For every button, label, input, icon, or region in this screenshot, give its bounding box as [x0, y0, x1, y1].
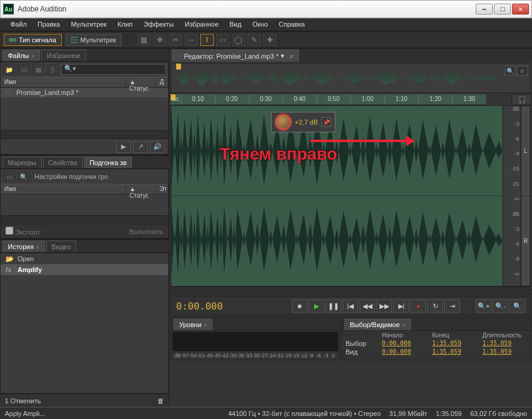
tab-favorites[interactable]: Избранное [41, 50, 86, 61]
waveform-hscroll[interactable] [171, 287, 531, 295]
view-end[interactable]: 1:35.059 [432, 348, 476, 356]
trash-icon[interactable]: 🗑 [157, 397, 164, 404]
undo-count: 1 Отменить [5, 397, 41, 404]
skip-selection-button[interactable]: ⇥ [444, 299, 460, 313]
tab-video[interactable]: Видео [46, 241, 76, 252]
history-row-open[interactable]: 📂 Open [1, 253, 168, 264]
timeline-ruler[interactable]: мс 0:100:200:300:400:501:001:101:201:30 [171, 94, 486, 105]
overview-playhead[interactable] [176, 63, 181, 70]
tool-lasso-icon[interactable]: ◯ [232, 34, 245, 46]
timeline-playhead[interactable] [171, 94, 176, 100]
tool-slip-icon[interactable]: ↔ [185, 34, 198, 46]
waveform-mode-button[interactable]: Тип сигнала [4, 34, 62, 46]
tab-selection-view[interactable]: Выбор/Видимое× [344, 319, 411, 330]
col2-status[interactable]: ▲ Статус [126, 184, 156, 194]
maximize-button[interactable]: ☐ [494, 4, 511, 15]
play-button[interactable]: ▶ [309, 299, 324, 313]
go-to-end-button[interactable]: ▶| [393, 299, 409, 313]
menu-multitrack[interactable]: Мультитрек [65, 19, 112, 31]
go-to-start-button[interactable]: |◀ [343, 299, 358, 313]
files-columns: Имя ▲ Статус Д [1, 77, 168, 88]
gain-knob[interactable] [275, 114, 291, 130]
menu-clip[interactable]: Клип [112, 19, 138, 31]
match-loudness-settings[interactable]: Настройки подгонки гро [34, 173, 108, 180]
minimize-button[interactable]: ━ [476, 4, 493, 15]
editor-tab[interactable]: ⁙ Редактор: Promise_Land.mp3 * ▾× [172, 50, 299, 62]
ml-hscroll[interactable] [1, 215, 168, 224]
files-hscroll[interactable] [1, 130, 168, 138]
menu-view[interactable]: Вид [224, 19, 247, 31]
tab-markers[interactable]: Маркеры [2, 157, 42, 168]
col2-et[interactable]: Эт [156, 184, 168, 194]
levels-panel: Уровни× dB-57-54-51-48-45-42-39-36-33-30… [171, 317, 340, 360]
ml-scan-button[interactable]: 🔍 [18, 171, 30, 182]
autoplay-button[interactable]: ▶ [116, 141, 131, 153]
selection-length[interactable]: 1:35.059 [482, 340, 527, 347]
tool-move-icon[interactable]: ✥ [153, 34, 166, 46]
close-file-button[interactable]: ▯ [47, 64, 59, 75]
menu-edit[interactable]: Правка [32, 19, 65, 31]
loop-preview-button[interactable]: ↗ [133, 141, 148, 153]
col-duration[interactable]: Д [156, 77, 168, 87]
export-checkbox[interactable] [5, 227, 13, 235]
undo-bar: 1 Отменить 🗑 [0, 394, 169, 407]
menu-favorites[interactable]: Избранное [179, 19, 224, 31]
insert-button[interactable]: ▤ [32, 64, 44, 75]
tab-history[interactable]: История× [2, 241, 45, 252]
gain-hud[interactable]: +2,7 dB 📌 [271, 112, 335, 132]
col-name[interactable]: Имя [1, 77, 126, 87]
ml-add-button[interactable]: ▭ [3, 171, 15, 182]
timecode-display[interactable]: 0:00.000 [176, 300, 223, 312]
headphone-icon[interactable]: 🎧 [511, 94, 532, 105]
menu-window[interactable]: Окно [247, 19, 274, 31]
overview-waveform[interactable]: 🔍 ≡ [171, 63, 531, 93]
channel-L-button[interactable]: L [522, 107, 529, 195]
overview-zoom-icon[interactable]: 🔍 [505, 66, 516, 76]
editor-tabs: ⁙ Редактор: Promise_Land.mp3 * ▾× [169, 48, 532, 62]
rewind-button[interactable]: ◀◀ [360, 299, 375, 313]
multitrack-mode-button[interactable]: Мультитрек [65, 34, 122, 46]
menu-file[interactable]: Файл [5, 19, 32, 31]
fast-forward-button[interactable]: ▶▶ [376, 299, 392, 313]
zoom-in-button[interactable]: 🔍+ [476, 299, 491, 313]
tab-properties[interactable]: Свойства [43, 157, 83, 168]
execute-button[interactable]: Выполнить [130, 228, 163, 235]
tab-files[interactable]: Файлы× [2, 50, 40, 61]
preview-volume-button[interactable]: 🔊 [150, 141, 165, 153]
selection-end[interactable]: 1:35.059 [432, 340, 476, 347]
channel-right-waveform[interactable] [171, 196, 502, 286]
mode-toolbar: Тип сигнала Мультитрек ▦ ✥ ✂ ↔ I ▭ ◯ ✎ ✚ [0, 31, 532, 48]
tab-match-loudness[interactable]: Подгонка зв [84, 157, 132, 168]
tool-heal-icon[interactable]: ✚ [263, 34, 277, 46]
tool-spectral-icon[interactable]: ▦ [137, 34, 151, 46]
overview-menu-icon[interactable]: ≡ [517, 66, 528, 76]
tool-razor-icon[interactable]: ✂ [169, 34, 182, 46]
waveform-display[interactable]: +2,7 dB 📌 Тянем вправо dB-3-6-9-15-21-∞ … [171, 105, 531, 287]
record-file-button[interactable]: ▭ [18, 64, 30, 75]
pause-button[interactable]: ❚❚ [326, 299, 341, 313]
import-button[interactable]: 📁 [3, 64, 15, 75]
channel-R-button[interactable]: R [522, 197, 529, 285]
tool-brush-icon[interactable]: ✎ [248, 34, 261, 46]
waveform-file-icon: ⁙⁙ [4, 90, 13, 96]
view-length[interactable]: 1:35.059 [482, 348, 527, 356]
menu-effects[interactable]: Эффекты [138, 19, 179, 31]
record-button[interactable]: ● [410, 299, 426, 313]
view-start[interactable]: 0:00.000 [382, 348, 426, 356]
zoom-out-button[interactable]: 🔍- [493, 299, 508, 313]
tool-marquee-icon[interactable]: ▭ [216, 34, 229, 46]
loop-button[interactable]: ↻ [427, 299, 443, 313]
col-status[interactable]: ▲ Статус [126, 77, 156, 87]
status-size: 31,98 Мбайт [389, 410, 427, 417]
tab-levels[interactable]: Уровни× [174, 319, 212, 330]
hud-pin-icon[interactable]: 📌 [321, 117, 331, 127]
zoom-full-button[interactable]: 🔍 [510, 299, 525, 313]
tool-time-select-icon[interactable]: I [200, 34, 214, 46]
col2-name[interactable]: Имя [1, 184, 126, 194]
selection-start[interactable]: 0:00.000 [382, 340, 426, 347]
search-input[interactable]: 🔍▾ [61, 64, 166, 75]
close-button[interactable]: ✕ [512, 4, 529, 15]
stop-button[interactable]: ■ [292, 299, 307, 313]
menu-help[interactable]: Справка [274, 19, 310, 31]
history-row-amplify[interactable]: fx Amplify [1, 264, 168, 275]
